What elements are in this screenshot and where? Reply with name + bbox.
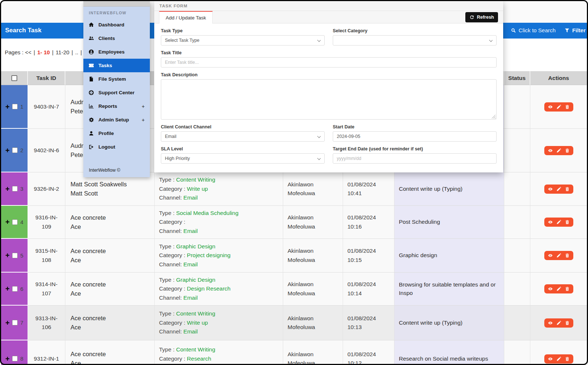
delete-trash-button[interactable] xyxy=(565,148,570,153)
sidebar-scrollbar[interactable] xyxy=(83,1,150,7)
row-actions-group[interactable] xyxy=(544,185,573,194)
row-checkbox[interactable] xyxy=(12,186,18,191)
sidebar-item-clients[interactable]: Clients xyxy=(83,32,150,45)
row-expand-plus-icon[interactable]: + xyxy=(5,218,10,226)
assignee-cell: AkinlawonMofeoluwa xyxy=(283,340,343,365)
edit-pencil-button[interactable] xyxy=(556,357,561,361)
task-category-line: Category : Research xyxy=(159,354,283,363)
table-row: +39326-IN-2Matt Scott SoakwellsMatt Scot… xyxy=(1,172,588,206)
row-actions-group[interactable] xyxy=(544,318,573,328)
edit-pencil-button[interactable] xyxy=(556,253,561,258)
view-eye-button[interactable] xyxy=(548,187,553,191)
expand-plus-icon[interactable]: + xyxy=(142,117,145,123)
view-eye-icon xyxy=(548,187,553,191)
row-actions-group[interactable] xyxy=(544,251,573,260)
sidebar-footer: InterWebflow © xyxy=(89,168,120,173)
row-expand-plus-icon[interactable]: + xyxy=(5,185,10,193)
sidebar-item-support-center[interactable]: Support Center xyxy=(83,86,150,99)
view-eye-button[interactable] xyxy=(548,321,553,325)
row-actions-group[interactable] xyxy=(544,218,573,227)
delete-trash-button[interactable] xyxy=(565,321,570,325)
client-contact-channel-select[interactable]: Email xyxy=(161,131,325,142)
edit-pencil-button[interactable] xyxy=(556,321,561,325)
task-type-line: Type : Content Writing xyxy=(159,345,283,354)
tab-add-update-task[interactable]: Add / Update Task xyxy=(159,11,213,23)
sidebar-item-file-system[interactable]: File System xyxy=(83,72,150,86)
row-actions-group[interactable] xyxy=(544,102,573,112)
select-category-label: Select Category xyxy=(333,28,497,33)
delete-trash-button[interactable] xyxy=(565,286,570,291)
start-date-input[interactable]: 2024-09-05 xyxy=(333,131,497,142)
pagination-page[interactable]: 1- 10 xyxy=(37,49,50,55)
task-type-value: Content Writing xyxy=(176,176,216,183)
row-expand-plus-icon[interactable]: + xyxy=(5,252,10,259)
edit-pencil-button[interactable] xyxy=(556,286,561,291)
sidebar-item-admin-setup[interactable]: Admin Setup+ xyxy=(83,113,150,127)
row-checkbox[interactable] xyxy=(12,356,18,361)
task-id-text: 9326-IN-2 xyxy=(31,185,62,193)
task-title-input[interactable]: Enter Task title... xyxy=(161,57,497,67)
edit-pencil-button[interactable] xyxy=(556,187,561,191)
row-checkbox[interactable] xyxy=(12,253,18,258)
view-eye-button[interactable] xyxy=(548,148,553,153)
view-eye-button[interactable] xyxy=(548,357,553,361)
row-checkbox[interactable] xyxy=(12,104,18,109)
sidebar-item-dashboard[interactable]: Dashboard xyxy=(83,18,150,32)
row-expand-plus-icon[interactable]: + xyxy=(5,355,10,362)
row-actions-group[interactable] xyxy=(544,284,573,293)
delete-trash-button[interactable] xyxy=(565,357,570,361)
row-expand-plus-icon[interactable]: + xyxy=(5,103,10,110)
refresh-icon xyxy=(469,15,475,20)
sidebar-item-employees[interactable]: Employees xyxy=(83,45,150,59)
category-select[interactable] xyxy=(333,35,497,45)
row-number: 4 xyxy=(20,219,23,225)
pagination-page[interactable]: .. xyxy=(75,49,78,55)
task-type-line: Type : Graphic Design xyxy=(159,242,283,251)
filter-button[interactable]: Filter xyxy=(564,27,586,33)
edit-pencil-button[interactable] xyxy=(556,148,561,153)
row-select-cell: +8 xyxy=(1,340,28,365)
sidebar-item-reports[interactable]: Reports+ xyxy=(83,99,150,113)
delete-trash-button[interactable] xyxy=(565,187,570,191)
edit-pencil-button[interactable] xyxy=(556,220,561,225)
task-type-select[interactable]: Select Task Type xyxy=(161,35,325,45)
row-expand-plus-icon[interactable]: + xyxy=(5,285,10,292)
row-checkbox[interactable] xyxy=(12,286,18,292)
pagination-page[interactable]: 11-20 xyxy=(56,49,69,55)
select-all-checkbox[interactable] xyxy=(11,75,17,81)
row-actions-group[interactable] xyxy=(544,354,573,364)
row-checkbox[interactable] xyxy=(12,219,18,225)
delete-trash-button[interactable] xyxy=(565,253,570,258)
task-channel-line: Channel: Email xyxy=(159,193,283,202)
view-eye-button[interactable] xyxy=(548,286,553,291)
type-category-channel-cell: Type : Content WritingCategory : Write u… xyxy=(155,172,283,206)
pagination-page[interactable]: << xyxy=(25,49,32,55)
status-cell xyxy=(504,172,530,206)
row-checkbox[interactable] xyxy=(12,147,18,153)
task-description-textarea[interactable] xyxy=(161,79,497,120)
click-to-search-button[interactable]: Click to Search xyxy=(511,27,556,33)
resize-handle[interactable] xyxy=(491,114,495,118)
delete-trash-button[interactable] xyxy=(565,105,570,109)
target-end-date-input[interactable]: yyyy/mm/dd xyxy=(333,153,497,164)
sidebar-item-tasks[interactable]: Tasks xyxy=(83,59,150,72)
view-eye-button[interactable] xyxy=(548,220,553,225)
refresh-button[interactable]: Refresh xyxy=(465,12,498,22)
row-checkbox[interactable] xyxy=(12,320,18,325)
row-actions-group[interactable] xyxy=(544,146,573,155)
sidebar-item-logout[interactable]: Logout xyxy=(83,140,150,154)
task-id-cell: 9314-IN-107 xyxy=(28,273,65,306)
assignee-line: Mofeoluwa xyxy=(288,289,343,298)
view-eye-button[interactable] xyxy=(548,105,553,109)
filter-icon xyxy=(564,28,570,33)
expand-plus-icon[interactable]: + xyxy=(142,103,145,109)
sla-level-select[interactable]: High Priority xyxy=(161,153,325,164)
view-eye-button[interactable] xyxy=(548,253,553,258)
edit-pencil-button[interactable] xyxy=(556,105,561,109)
view-eye-icon xyxy=(548,286,553,291)
sidebar-item-profile[interactable]: Profile xyxy=(83,127,150,140)
sidebar-item-label: File System xyxy=(98,76,126,82)
row-expand-plus-icon[interactable]: + xyxy=(5,319,10,326)
delete-trash-button[interactable] xyxy=(565,220,570,225)
row-expand-plus-icon[interactable]: + xyxy=(5,147,10,154)
